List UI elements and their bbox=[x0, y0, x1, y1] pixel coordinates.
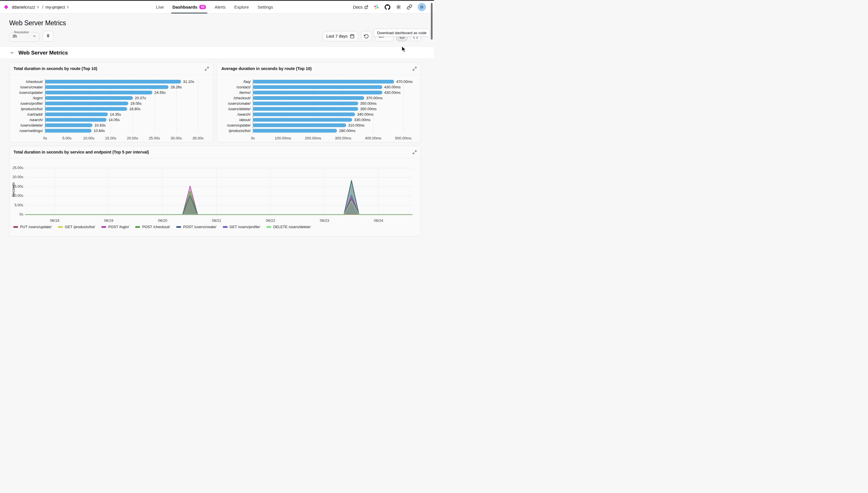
bar-category-label: /terms/ bbox=[221, 90, 251, 95]
section-title: Web Server Metrics bbox=[18, 50, 68, 56]
x-axis-tick-label: 35.00s bbox=[192, 136, 204, 140]
project-selector[interactable]: my-project bbox=[46, 5, 70, 9]
bar-chart-total-duration: /checkout/31.10s/users/create/28.26s/use… bbox=[9, 75, 213, 142]
bar-plot: /checkout/31.10s/users/create/28.26s/use… bbox=[45, 79, 209, 133]
x-axis-tick-label: 06/18 bbox=[42, 218, 67, 223]
legend-label: POST /users/create/ bbox=[183, 225, 216, 229]
bar-row: /search/14.05s bbox=[45, 117, 209, 123]
bar-value-label: 350.00ms bbox=[360, 107, 377, 111]
bar-value-label: 340.00ms bbox=[357, 112, 374, 116]
expand-panel-button[interactable] bbox=[412, 150, 417, 154]
bar bbox=[253, 96, 364, 100]
panel-total-duration-by-route: Total duration in seconds by route (Top … bbox=[9, 62, 213, 142]
download-tooltip: Download dashboard as code bbox=[374, 29, 430, 37]
bar bbox=[253, 91, 382, 94]
bar-row: /cart/add/14.35s bbox=[45, 112, 209, 117]
chart-legend: PUT /users/update/GET /products/list/POS… bbox=[13, 225, 311, 229]
legend-item[interactable]: DELETE /users/delete/ bbox=[267, 225, 311, 229]
bar-value-label: 430.00ms bbox=[384, 85, 401, 89]
theme-toggle-button[interactable] bbox=[396, 4, 401, 10]
expand-icon bbox=[412, 150, 417, 154]
refresh-button[interactable] bbox=[361, 31, 372, 41]
x-axis-tick-label: 06/23 bbox=[312, 218, 338, 223]
panel-header: Total duration in seconds by route (Top … bbox=[9, 63, 213, 75]
legend-item[interactable]: POST /checkout/ bbox=[135, 225, 170, 229]
panel-title: Average duration in seconds by route (To… bbox=[221, 66, 312, 71]
bar-value-label: 31.10s bbox=[183, 80, 194, 84]
bar-row: /users/create/28.26s bbox=[45, 84, 209, 90]
refresh-icon bbox=[364, 34, 369, 39]
vertical-scrollbar[interactable] bbox=[431, 3, 432, 40]
tab-live[interactable]: Live bbox=[152, 1, 168, 14]
org-selector[interactable]: ddanielcruzz bbox=[12, 5, 40, 9]
x-axis-tick-label: 500.00ms bbox=[395, 136, 411, 140]
dashboard-toolbar: Resolution 3h Last 7 days Off { } bbox=[9, 30, 421, 42]
bar-category-label: /products/list/ bbox=[221, 129, 251, 133]
bar bbox=[253, 85, 382, 89]
expand-panel-button[interactable] bbox=[205, 67, 209, 71]
bar-category-label: /search/ bbox=[221, 112, 251, 116]
bar-category-label: /user/settings/ bbox=[14, 129, 43, 133]
x-axis-tick-label: 0s bbox=[43, 136, 47, 140]
link-icon bbox=[407, 4, 412, 10]
section-header[interactable]: Web Server Metrics bbox=[0, 46, 434, 59]
legend-item[interactable]: POST /login/ bbox=[101, 225, 129, 229]
legend-item[interactable]: GET /users/profile/ bbox=[223, 225, 260, 229]
expand-panel-button[interactable] bbox=[412, 67, 417, 71]
bar-category-label: /login/ bbox=[14, 96, 43, 100]
logo-diamond-icon[interactable] bbox=[4, 5, 8, 9]
section-collapse-icon[interactable] bbox=[10, 50, 14, 55]
bar-value-label: 20.07s bbox=[135, 96, 146, 100]
bar-value-label: 10.83s bbox=[94, 123, 106, 127]
bar-category-label: /users/profile/ bbox=[14, 101, 43, 106]
x-axis-tick-label: 06/21 bbox=[204, 218, 229, 223]
bar bbox=[253, 80, 394, 84]
legend-item[interactable]: GET /products/list/ bbox=[58, 225, 95, 229]
legend-swatch-icon bbox=[267, 226, 271, 228]
bar bbox=[253, 107, 358, 111]
tab-label: Settings bbox=[257, 5, 273, 9]
version-badge: V2 bbox=[199, 5, 206, 9]
x-axis-tick-label: 0s bbox=[251, 136, 255, 140]
tab-explore[interactable]: Explore bbox=[230, 1, 253, 14]
bar-row: /faq/470.00ms bbox=[253, 79, 417, 84]
github-button[interactable] bbox=[385, 4, 390, 10]
bar bbox=[45, 112, 108, 116]
x-axis-tick-label: 06/22 bbox=[258, 218, 283, 223]
project-selector-icon bbox=[66, 5, 69, 9]
legend-label: DELETE /users/delete/ bbox=[273, 225, 311, 229]
y-axis-title: Seconds bbox=[11, 178, 16, 201]
slack-button[interactable] bbox=[374, 4, 379, 10]
legend-swatch-icon bbox=[13, 226, 18, 228]
bar-value-label: 10.64s bbox=[93, 129, 105, 133]
expand-icon bbox=[205, 67, 209, 71]
legend-item[interactable]: POST /users/create/ bbox=[176, 225, 216, 229]
bar-category-label: /users/create/ bbox=[221, 101, 251, 106]
tab-alerts[interactable]: Alerts bbox=[210, 1, 230, 14]
pin-resolution-button[interactable] bbox=[42, 31, 54, 42]
tab-settings[interactable]: Settings bbox=[253, 1, 277, 14]
docs-link[interactable]: Docs bbox=[353, 5, 368, 9]
area-chart-duration-by-endpoint: 0s5.00s10.00s15.00s20.00s25.00sSeconds06… bbox=[9, 158, 421, 236]
bar bbox=[45, 123, 92, 127]
share-link-button[interactable] bbox=[407, 4, 412, 10]
legend-swatch-icon bbox=[223, 226, 228, 228]
breadcrumb-separator: / bbox=[42, 5, 43, 9]
bar-category-label: /contact/ bbox=[221, 85, 251, 89]
legend-item[interactable]: PUT /users/update/ bbox=[13, 225, 52, 229]
x-axis: 0s100.00ms200.00ms300.00ms400.00ms500.00… bbox=[253, 133, 417, 142]
bar bbox=[253, 102, 358, 105]
resolution-select[interactable]: Resolution 3h bbox=[9, 30, 40, 42]
project-name: my-project bbox=[46, 5, 65, 9]
bar-chart-average-duration: /faq/470.00ms/contact/430.00ms/terms/430… bbox=[217, 75, 421, 142]
bar-value-label: 24.55s bbox=[154, 90, 166, 95]
tab-dashboards[interactable]: DashboardsV2 bbox=[168, 1, 210, 14]
org-selector-icon bbox=[37, 5, 40, 9]
bar-category-label: /users/update/ bbox=[14, 90, 43, 95]
time-range-button[interactable]: Last 7 days bbox=[323, 31, 358, 41]
bar bbox=[45, 129, 91, 133]
bar-plot: /faq/470.00ms/contact/430.00ms/terms/430… bbox=[253, 79, 417, 133]
x-axis: 0s5.00s10.00s15.00s20.00s25.00s30.00s35.… bbox=[45, 133, 209, 142]
avatar[interactable]: D bbox=[418, 3, 426, 11]
bar-category-label: /users/create/ bbox=[14, 85, 43, 89]
